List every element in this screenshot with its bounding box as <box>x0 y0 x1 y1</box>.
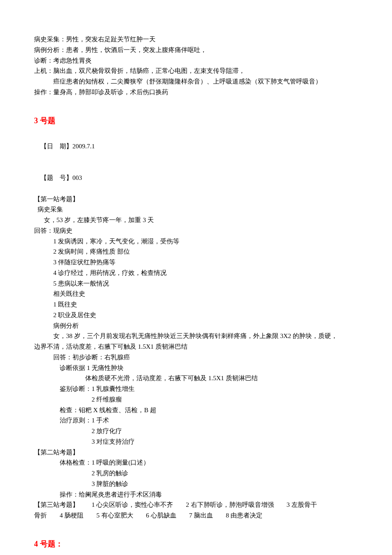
q3-case-b: 边界不清，活动度差，右腋下可触及 1.5X1 质韧淋巴结 <box>34 341 358 352</box>
intro-line-4: 上机：脑出血，双尺桡骨双骨折，结肠癌，正常心电图，左束支传导阻滞， <box>34 66 358 76</box>
q3-a3: 3 伴随症状红肿热痛等 <box>34 257 358 268</box>
q3-date-value: 2009.7.1 <box>72 143 95 150</box>
q3-dx-basis-2: 体检质硬不光滑，活动度差，右腋下可触及 1.5X1 质韧淋巴结 <box>34 373 358 384</box>
q3-ddx-2: 2 纤维腺瘤 <box>34 394 358 405</box>
q3-tx-1: 治疗原则：1 手术 <box>34 415 358 426</box>
q3-a4: 4 诊疗经过，用药情况，疗效，检查情况 <box>34 268 358 278</box>
q3-case-a: 女，38 岁，三个月前发现右乳无痛性肿块近三天肿块偶有针刺样疼痛，外上象限 3X… <box>34 331 358 341</box>
q3-tx-3: 3 对症支持治疗 <box>34 436 358 447</box>
q3-case-analysis-label: 病例分析 <box>34 321 358 331</box>
q3-pe-3: 3 脾脏的触诊 <box>34 479 358 489</box>
q3-a6: 1 既往史 <box>34 299 358 310</box>
q4-title: 4 号题： <box>34 538 358 551</box>
q3-station3-line2: 骨折 4 肠梗阻 5 有心室肥大 6 心肌缺血 7 脑出血 8 由患者决定 <box>34 510 358 521</box>
q3-history-label: 病史采集 <box>34 204 358 215</box>
q3-a2: 2 发病时间，疼痛性质 部位 <box>34 246 358 257</box>
q3-title: 3 号题 <box>34 115 358 127</box>
q3-history-case: 女，53 岁，左膝关节疼一年，加重 3 天 <box>34 215 358 225</box>
intro-line-1: 病史采集：男性，突发右足趾关节红肿一天 <box>34 34 358 45</box>
q3-pe-1: 体格检查：1 呼吸的测量(口述） <box>34 457 358 468</box>
intro-line-3: 诊断：考虑急性胃炎 <box>34 55 358 66</box>
intro-line-2: 病例分析：患者，男性，饮酒后一天，突发上腹疼痛伴呕吐， <box>34 45 358 55</box>
q3-ddx-1: 鉴别诊断：1 乳腺囊性增生 <box>34 384 358 394</box>
q3-station2-label: 【第二站考题】 <box>34 447 358 458</box>
q3-station1-label: 【第一站考题】 <box>34 194 358 205</box>
q3-a5: 5 患病以来一般情况 <box>34 278 358 289</box>
q3-station3-line1: 【第三站考题】 1 心尖区听诊，窦性心率不齐 2 右下肺听诊，肺泡呼吸音增强 3… <box>34 500 358 510</box>
q3-number-value: 003 <box>72 174 82 181</box>
q3-date: 【日 期】2009.7.1 <box>34 130 358 162</box>
q3-number: 【题 号】003 <box>34 162 358 194</box>
q3-number-label: 【题 号】 <box>40 174 72 181</box>
q3-dx-basis-1: 诊断依据 1 无痛性肿块 <box>34 363 358 373</box>
q3-init-dx: 回答：初步诊断：右乳腺癌 <box>34 352 358 363</box>
q3-answer-label: 回答：现病史 <box>34 225 358 236</box>
q3-tx-2: 2 放疗化疗 <box>34 426 358 436</box>
intro-line-6: 操作：量身高，肺部叩诊及听诊，术后伤口换药 <box>34 87 358 98</box>
q3-operation: 操作：给阑尾炎患者进行手术区消毒 <box>34 489 358 500</box>
q3-exam: 检查：钼粑 X 线检查、活检，B 超 <box>34 405 358 416</box>
q3-pe-2: 2 乳房的触诊 <box>34 468 358 479</box>
document-page: 病史采集：男性，突发右足趾关节红肿一天 病例分析：患者，男性，饮酒后一天，突发上… <box>0 0 392 555</box>
intro-line-5: 癌症患者的知情权，二尖瓣狭窄（舒张期隆隆样杂音）、上呼吸道感染（双下肺支气管呼吸… <box>34 76 358 87</box>
q3-a7: 2 职业及居住史 <box>34 310 358 321</box>
q3-past-label: 相关既往史 <box>34 289 358 299</box>
q3-date-label: 【日 期】 <box>40 143 72 150</box>
q3-a1: 1 发病诱因，寒冷，天气变化，潮湿，受伤等 <box>34 236 358 247</box>
